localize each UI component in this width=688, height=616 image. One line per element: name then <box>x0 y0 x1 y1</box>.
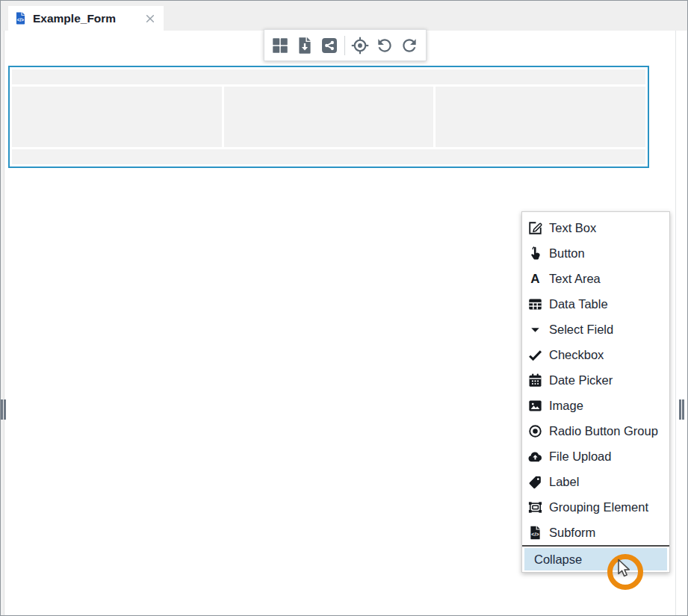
label-icon <box>527 474 543 490</box>
palette-item-label: Text Box <box>549 221 596 235</box>
grouping-icon <box>527 500 543 515</box>
form-canvas-selected[interactable] <box>8 66 649 168</box>
palette-item-label: Subform <box>549 526 595 540</box>
right-splitter-handle[interactable] <box>679 399 685 420</box>
canvas-column-placeholder-3[interactable] <box>436 87 645 147</box>
palette-item-select-field[interactable]: Select Field <box>522 317 669 342</box>
file-upload-icon <box>527 449 543 464</box>
palette-item-file-upload[interactable]: File Upload <box>522 444 669 469</box>
right-panel-divider <box>675 31 676 616</box>
close-icon[interactable] <box>144 13 156 25</box>
hand-pointer-icon <box>527 246 543 261</box>
share-form-button[interactable] <box>320 36 339 55</box>
palette-separator <box>522 545 669 547</box>
redo-button[interactable] <box>400 36 419 55</box>
date-picker-icon <box>527 373 543 388</box>
file-code-icon: </> <box>527 525 543 541</box>
palette-item-label: Date Picker <box>549 373 613 388</box>
palette-item-grouping-element[interactable]: Grouping Element <box>522 494 669 520</box>
palette-item-label: Checkbox <box>549 348 604 362</box>
focus-target-button[interactable] <box>350 36 370 55</box>
palette-item-text-box[interactable]: Text Box <box>522 215 669 240</box>
canvas-bottom-bar-placeholder[interactable] <box>12 149 645 164</box>
component-palette-menu: Text BoxButtonAText AreaData TableSelect… <box>521 211 670 573</box>
svg-text:</>: </> <box>531 532 539 537</box>
select-field-icon <box>527 322 543 337</box>
text-area-icon: A <box>527 271 543 287</box>
grid-icon <box>270 36 290 55</box>
hand-pointer-icon <box>527 246 543 261</box>
palette-item-label: Label <box>549 475 579 489</box>
toolbar-divider <box>344 36 345 55</box>
palette-item-label: Button <box>549 246 585 261</box>
share-icon <box>320 36 339 55</box>
left-splitter-handle[interactable] <box>1 399 7 420</box>
date-picker-icon <box>527 373 543 388</box>
palette-item-label: Image <box>549 399 583 413</box>
label-icon <box>527 474 543 490</box>
palette-item-date-picker[interactable]: Date Picker <box>522 367 669 393</box>
palette-item-label: Text Area <box>549 272 601 286</box>
palette-item-label: Radio Button Group <box>549 424 658 438</box>
form-builder-window: </> Example_Form Text BoxButtonAText Are… <box>0 0 688 616</box>
palette-item-label: Select Field <box>549 323 613 337</box>
target-icon <box>350 36 370 55</box>
palette-item-label: File Upload <box>549 449 611 464</box>
left-panel-gutter <box>1 31 4 616</box>
text-area-icon: A <box>527 271 543 287</box>
canvas-column-placeholder-1[interactable] <box>12 87 222 147</box>
tab-title: Example_Form <box>33 12 144 25</box>
palette-item-collapse[interactable]: Collapse <box>524 548 667 570</box>
grouping-icon <box>527 500 543 515</box>
canvas-toolbar <box>264 29 427 61</box>
file-code-icon: </> <box>13 10 28 26</box>
palette-item-text-area[interactable]: AText Area <box>522 266 669 291</box>
canvas-columns-row <box>12 87 645 147</box>
canvas-top-bar-placeholder[interactable] <box>12 69 645 84</box>
palette-item-image[interactable]: Image <box>522 393 669 418</box>
palette-item-label: Data Table <box>549 297 608 311</box>
palette-item-checkbox[interactable]: Checkbox <box>522 342 669 367</box>
radio-icon <box>527 423 543 439</box>
palette-item-label: Grouping Element <box>549 500 648 514</box>
select-field-icon <box>527 322 543 337</box>
undo-button[interactable] <box>375 36 394 55</box>
components-grid-button[interactable] <box>270 36 290 55</box>
redo-icon <box>400 36 419 55</box>
file-download-icon <box>295 36 314 55</box>
undo-icon <box>375 36 394 55</box>
text-box-icon <box>527 220 543 236</box>
svg-text:</>: </> <box>17 17 24 22</box>
image-icon <box>527 398 543 414</box>
data-table-icon <box>527 296 543 312</box>
palette-item-label: Collapse <box>534 553 582 567</box>
palette-item-radio-button-group[interactable]: Radio Button Group <box>522 418 669 444</box>
palette-item-label[interactable]: Label <box>522 469 669 494</box>
tab-bar: </> Example_Form <box>1 1 687 31</box>
checkbox-icon <box>527 347 543 363</box>
checkbox-icon <box>527 347 543 363</box>
palette-item-button[interactable]: Button <box>522 240 669 266</box>
image-icon <box>527 398 543 414</box>
text-box-icon <box>527 220 543 236</box>
svg-text:A: A <box>530 272 539 286</box>
file-upload-icon <box>527 449 543 464</box>
export-form-button[interactable] <box>295 36 314 55</box>
file-code-icon: </> <box>527 525 543 541</box>
palette-item-subform[interactable]: </>Subform <box>522 520 669 545</box>
radio-icon <box>527 423 543 439</box>
canvas-column-placeholder-2[interactable] <box>224 87 434 147</box>
palette-item-data-table[interactable]: Data Table <box>522 291 669 317</box>
data-table-icon <box>527 296 543 312</box>
tab-example-form[interactable]: </> Example_Form <box>8 6 164 31</box>
